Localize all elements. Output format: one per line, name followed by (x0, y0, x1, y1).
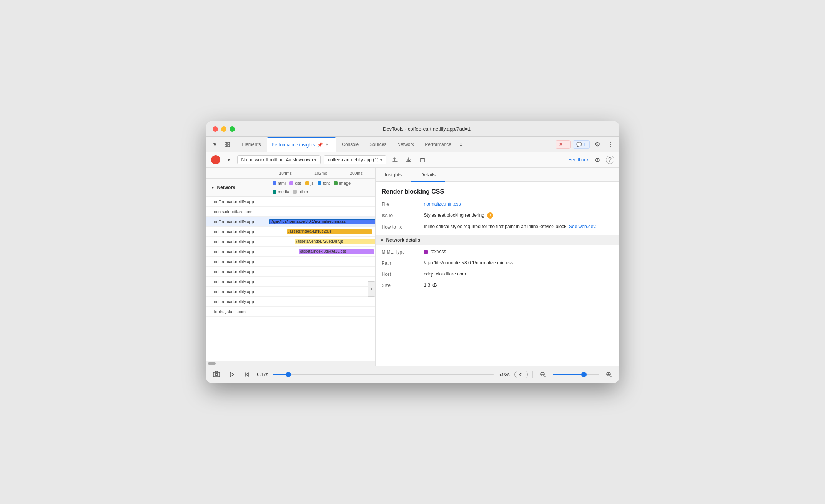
html-dot (273, 181, 276, 185)
ruler-mark-184: 184ms (268, 171, 303, 176)
close-button[interactable] (213, 126, 218, 132)
legend-media: media (273, 189, 289, 194)
devtools-window: DevTools - coffee-cart.netlify.app/?ad=1 (206, 121, 619, 383)
tab-insights[interactable]: Insights (376, 168, 411, 182)
ruler-mark-192: 192ms (303, 171, 339, 176)
more-tabs-button[interactable]: » (457, 140, 465, 149)
row-label: coffee-cart.netlify.app (206, 219, 268, 224)
dropdown-arrow-icon[interactable]: ▾ (223, 154, 234, 165)
devtools-body: Elements Performance insights 📌 ✕ Consol… (206, 137, 619, 383)
time-start-label: 0.17s (257, 372, 268, 377)
host-label: Host (382, 271, 424, 277)
row-timeline: /assets/vendor.728ed0d7.js (268, 237, 375, 246)
table-row[interactable]: fonts.gstatic.com (206, 307, 375, 317)
path-value: /ajax/libs/normalize/8.0.1/normalize.min… (424, 260, 613, 265)
timeline-slider[interactable] (273, 374, 494, 375)
tab-performance-insights[interactable]: Performance insights 📌 ✕ (267, 137, 336, 152)
css-dot (289, 181, 293, 185)
warning-icon: ! (487, 212, 493, 219)
detail-row-host: Host cdnjs.cloudflare.com (382, 271, 613, 277)
tab-sources[interactable]: Sources (365, 137, 391, 152)
table-row[interactable]: cdnjs.cloudflare.com (206, 207, 375, 217)
horizontal-scrollbar[interactable] (206, 361, 375, 366)
tab-close-icon[interactable]: ✕ (325, 142, 329, 147)
maximize-button[interactable] (230, 126, 235, 132)
row-timeline: /assets/index.8d6c6f18.css (268, 247, 375, 256)
zoom-slider[interactable] (553, 374, 599, 375)
detail-row-mime: MIME Type text/css (382, 249, 613, 255)
table-row[interactable]: coffee-cart.netlify.app /assets/vendor.7… (206, 237, 375, 247)
inspect-icon[interactable] (222, 139, 233, 150)
expand-panel-button[interactable]: › (368, 281, 376, 297)
message-icon: 💬 (576, 142, 582, 147)
more-options-icon[interactable]: ⋮ (605, 139, 616, 150)
url-arrow-icon: ▾ (380, 158, 382, 162)
row-label: coffee-cart.netlify.app (206, 229, 268, 234)
row-timeline (268, 307, 375, 316)
legend-html: html (273, 181, 286, 186)
play-icon[interactable] (226, 369, 237, 380)
detail-row-file: File normalize.min.css (382, 201, 613, 207)
error-badge[interactable]: ✕ 1 (556, 140, 571, 149)
table-row[interactable]: coffee-cart.netlify.app /assets/index.8d… (206, 247, 375, 257)
svg-rect-3 (228, 145, 230, 147)
mime-type-value: text/css (424, 249, 613, 254)
settings-gear-icon[interactable]: ⚙ (592, 154, 603, 165)
detail-row-fix: How to fix Inline critical styles requir… (382, 224, 613, 230)
table-row[interactable]: coffee-cart.netlify.app (206, 287, 375, 297)
throttling-dropdown[interactable]: No network throttling, 4× slowdown ▾ (237, 155, 321, 164)
title-bar: DevTools - coffee-cart.netlify.app/?ad=1 (206, 121, 619, 137)
message-badge[interactable]: 💬 1 (573, 140, 590, 149)
table-row[interactable]: coffee-cart.netlify.app (206, 197, 375, 207)
settings-icon[interactable]: ⚙ (592, 139, 603, 150)
delete-icon[interactable] (417, 154, 428, 165)
tab-elements[interactable]: Elements (237, 137, 266, 152)
feedback-button[interactable]: Feedback (569, 157, 589, 162)
record-button[interactable] (211, 155, 220, 164)
svg-rect-2 (225, 145, 227, 147)
network-details-header[interactable]: ▼ Network details (376, 235, 619, 245)
minimize-button[interactable] (221, 126, 226, 132)
file-link[interactable]: normalize.min.css (424, 201, 461, 207)
upload-icon[interactable] (389, 154, 400, 165)
tab-network[interactable]: Network (393, 137, 419, 152)
other-dot (293, 190, 297, 194)
table-row[interactable]: coffee-cart.netlify.app (206, 277, 375, 287)
tab-details[interactable]: Details (411, 168, 445, 182)
row-timeline (268, 287, 375, 296)
network-details-section: ▼ Network details MIME Type text/css (382, 235, 613, 288)
css-bar-normalize: /ajax/libs/normalize/8.0.1/normalize.min… (269, 219, 375, 224)
table-row[interactable]: coffee-cart.netlify.app (206, 257, 375, 267)
table-row[interactable]: coffee-cart.netlify.app (206, 297, 375, 307)
table-row[interactable]: coffee-cart.netlify.app (206, 267, 375, 277)
size-label: Size (382, 282, 424, 288)
speed-badge[interactable]: x1 (514, 371, 528, 378)
table-row[interactable]: coffee-cart.netlify.app /assets/index.41… (206, 227, 375, 237)
tab-performance[interactable]: Performance (420, 137, 456, 152)
tab-console[interactable]: Console (337, 137, 363, 152)
file-value: normalize.min.css (424, 201, 613, 207)
skip-to-start-icon[interactable] (242, 369, 253, 380)
help-icon[interactable]: ? (606, 156, 614, 164)
url-dropdown[interactable]: coffee-cart.netlify.app (1) ▾ (324, 155, 386, 164)
download-icon[interactable] (403, 154, 414, 165)
row-label: coffee-cart.netlify.app (206, 299, 268, 304)
table-row[interactable]: coffee-cart.netlify.app /ajax/libs/norma… (206, 217, 375, 227)
cursor-icon[interactable] (210, 139, 220, 150)
size-value: 1.3 kB (424, 282, 613, 288)
legend: html css js (273, 181, 371, 194)
pin-icon: 📌 (317, 142, 323, 148)
network-rows: coffee-cart.netlify.app cdnjs.cloudflare… (206, 197, 375, 317)
host-value: cdnjs.cloudflare.com (424, 271, 613, 277)
row-timeline: /ajax/libs/normalize/8.0.1/normalize.min… (268, 217, 375, 226)
see-web-dev-link[interactable]: See web.dev. (569, 224, 597, 229)
legend-other: other (293, 189, 308, 194)
row-label: coffee-cart.netlify.app (206, 279, 268, 284)
zoom-out-icon[interactable] (537, 369, 548, 380)
time-end-label: 5.93s (498, 372, 509, 377)
zoom-in-icon[interactable] (604, 369, 614, 380)
screenshot-icon[interactable] (211, 369, 222, 380)
network-header[interactable]: ▼ Network (211, 185, 273, 190)
row-timeline (268, 257, 375, 266)
js-dot (305, 181, 309, 185)
